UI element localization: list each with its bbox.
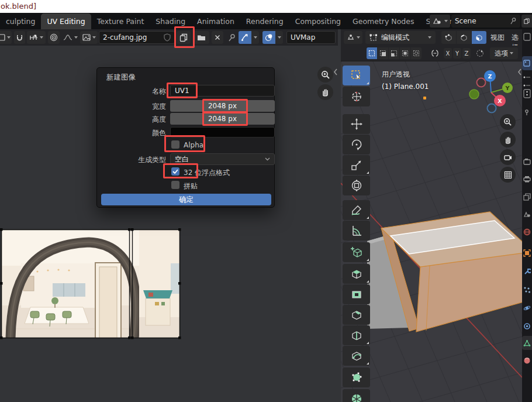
tool-poly-build[interactable] (343, 367, 370, 387)
pivot-point-dropdown[interactable] (344, 31, 362, 44)
tab-shading[interactable]: Shading (150, 13, 191, 29)
new-scene-button[interactable] (521, 15, 532, 28)
options-dropdown[interactable]: 选项 (490, 47, 518, 59)
tab-rendering[interactable]: Rendering (240, 13, 289, 29)
new-image-copy-button[interactable] (177, 31, 191, 44)
shield-fake-user-icon[interactable] (164, 33, 171, 42)
properties-tab-view-layer[interactable] (523, 192, 531, 201)
tool-annotate[interactable] (343, 200, 370, 220)
properties-tab-physics[interactable] (523, 303, 531, 312)
proportional-editing-button[interactable] (48, 31, 60, 44)
tab-uv-editing[interactable]: UV Editing (41, 13, 91, 29)
properties-tab-world[interactable] (523, 227, 531, 236)
viewport-pan-button[interactable] (500, 132, 516, 147)
properties-tab-material[interactable] (523, 356, 531, 365)
uv-pan-button[interactable] (317, 84, 333, 100)
dialog-height-field[interactable]: 2048 px (170, 113, 275, 125)
uv-image-block[interactable] (1, 229, 180, 338)
mirror-x-toggle[interactable]: X (444, 48, 452, 59)
generated-type-label: 生成类型 (97, 155, 166, 165)
scene-browse-button[interactable] (430, 15, 450, 28)
edge-mode-icon (460, 34, 468, 42)
falloff-dropdown[interactable] (61, 31, 79, 44)
image-name-field[interactable]: 2-cufang.jpg (99, 31, 175, 44)
tool-inset-faces[interactable] (343, 284, 370, 304)
panel-header-button[interactable] (523, 89, 531, 98)
properties-tab-output[interactable] (523, 174, 531, 184)
sticky-select-dropdown[interactable] (27, 31, 46, 44)
mirror-z-toggle[interactable]: Z (462, 48, 471, 59)
viewport-camera-button[interactable] (500, 149, 516, 165)
tool-bevel[interactable] (343, 305, 370, 325)
properties-tab-object[interactable] (523, 248, 531, 257)
vertex-select-button[interactable] (441, 31, 456, 44)
select-mode-set-button[interactable] (367, 47, 377, 59)
tab-texture-paint[interactable]: Texture Paint (91, 13, 150, 29)
tab-geometry-nodes[interactable]: Geometry Nodes (347, 13, 420, 29)
tab-compositing[interactable]: Compositing (289, 13, 347, 29)
uv-sidebar-collapse-icon[interactable] (333, 68, 338, 76)
select-mode-intersect-button[interactable] (411, 47, 422, 59)
menu-view[interactable]: 视图 (490, 33, 505, 43)
editor-type-dropdown[interactable] (0, 31, 12, 44)
select-mode-invert-button[interactable] (400, 47, 410, 59)
viewport-ortho-button[interactable] (500, 167, 516, 183)
tab-animation[interactable]: Animation (191, 13, 240, 29)
edge-select-button[interactable] (457, 31, 471, 44)
dialog-float-checkbox[interactable] (171, 167, 179, 176)
proportional-falloff-button[interactable] (475, 48, 485, 59)
select-mode-extend-button[interactable] (378, 47, 388, 59)
tool-measure[interactable] (343, 221, 370, 240)
dialog-alpha-checkbox[interactable] (171, 140, 179, 149)
dialog-tiled-checkbox[interactable] (171, 181, 179, 189)
overlays-dropdown[interactable] (275, 31, 283, 44)
mirror-y-toggle[interactable]: Y (453, 48, 461, 59)
dialog-generated-type-dropdown[interactable]: 空白 (170, 153, 275, 165)
tab-sculpting[interactable]: culpting (0, 13, 41, 29)
dialog-ok-button[interactable]: 确定 (101, 194, 271, 205)
properties-tab-particles[interactable] (523, 285, 531, 294)
properties-tab-scene[interactable] (523, 209, 531, 219)
dialog-name-field[interactable]: UV1 (170, 85, 275, 97)
tool-settings-icon[interactable] (523, 108, 531, 117)
tool-loop-cut[interactable] (343, 325, 370, 345)
tool-extrude-region[interactable] (343, 264, 370, 284)
dialog-width-field[interactable]: 2048 px (170, 100, 275, 112)
face-select-button[interactable] (472, 31, 486, 44)
snap-toggle-button[interactable] (14, 31, 25, 44)
properties-editor-button[interactable] (523, 32, 531, 42)
tool-select-box[interactable] (343, 66, 370, 85)
dialog-color-swatch[interactable] (170, 127, 275, 138)
options-label: 选项 (495, 49, 508, 58)
gizmo-dropdown[interactable] (251, 31, 259, 44)
pin-icon[interactable] (510, 17, 517, 25)
tool-spin[interactable] (343, 389, 370, 402)
magnet-icon (16, 34, 23, 42)
open-image-button[interactable] (193, 31, 209, 44)
show-gizmo-toggle[interactable] (239, 31, 251, 44)
uv-zoom-button[interactable] (317, 67, 333, 83)
tool-rotate[interactable] (343, 135, 370, 154)
tool-knife[interactable] (343, 346, 370, 366)
unlink-image-button[interactable] (212, 31, 223, 44)
select-mode-subtract-button[interactable] (389, 47, 399, 59)
tool-scale[interactable] (343, 155, 370, 175)
viewport-zoom-button[interactable] (500, 114, 516, 130)
properties-tab-tool[interactable] (522, 56, 532, 70)
uv-map-field[interactable]: UVMap (286, 31, 336, 44)
properties-tab-object-data[interactable] (522, 336, 532, 350)
mirror-x-button[interactable] (430, 49, 440, 58)
properties-tab-render[interactable] (523, 157, 531, 166)
pin-image-button[interactable] (227, 31, 236, 44)
scene-name: Scene (455, 17, 476, 25)
properties-tab-modifiers[interactable] (523, 266, 531, 276)
tool-cursor[interactable] (343, 87, 370, 106)
image-browse-dropdown[interactable] (80, 31, 98, 44)
tool-transform[interactable] (343, 176, 370, 195)
properties-tab-constraints[interactable] (523, 321, 531, 331)
show-overlays-toggle[interactable] (262, 31, 275, 44)
scene-name-field[interactable]: Scene (451, 15, 520, 28)
tool-add-cube[interactable] (343, 242, 370, 262)
mode-dropdown[interactable]: 编辑模式 (365, 31, 436, 44)
tool-move[interactable] (343, 114, 370, 134)
